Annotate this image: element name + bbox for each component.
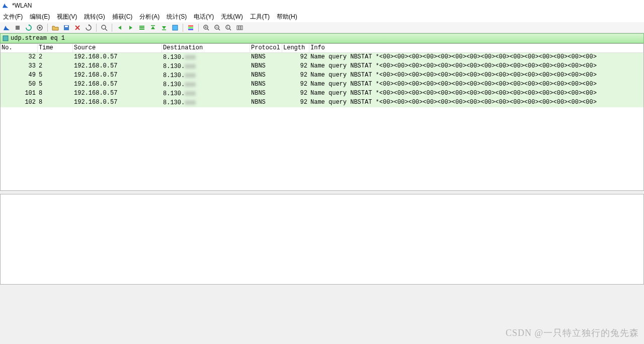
- svg-rect-26: [237, 26, 238, 30]
- cell-length: 92: [282, 98, 309, 107]
- go-last-icon[interactable]: [159, 23, 169, 32]
- cell-length: 92: [282, 62, 309, 71]
- menu-view[interactable]: 视图(V): [57, 13, 77, 21]
- toolbar-sep: [112, 24, 112, 32]
- menu-telephony[interactable]: 电话(Y): [194, 13, 214, 21]
- menu-go[interactable]: 跳转(G): [84, 13, 105, 21]
- cell-source: 192.168.0.57: [73, 98, 162, 107]
- toolbar-sep: [47, 24, 48, 32]
- svg-rect-29: [3, 36, 8, 41]
- display-filter-input[interactable]: [11, 34, 642, 43]
- go-first-icon[interactable]: [148, 23, 157, 32]
- cell-info: Name query NBSTAT *<00><00><00><00><00><…: [309, 62, 643, 71]
- colorize-icon[interactable]: [186, 23, 195, 32]
- column-header-no[interactable]: No.: [1, 44, 38, 52]
- cell-time: 5: [38, 80, 73, 89]
- open-file-icon[interactable]: [51, 23, 60, 32]
- restart-capture-icon[interactable]: [24, 23, 33, 32]
- go-forward-icon[interactable]: [126, 23, 135, 32]
- cell-source: 192.168.0.57: [73, 80, 162, 89]
- svg-line-17: [207, 29, 209, 30]
- cell-info: Name query NBSTAT *<00><00><00><00><00><…: [309, 53, 643, 62]
- zoom-in-icon[interactable]: [202, 23, 211, 32]
- menu-bar: 文件(F) 编辑(E) 视图(V) 跳转(G) 捕获(C) 分析(A) 统计(S…: [0, 11, 644, 22]
- cell-no: 33: [1, 62, 38, 71]
- cell-protocol: NBNS: [250, 53, 282, 62]
- packet-list-pane: No. Time Source Destination Protocol Len…: [0, 43, 644, 191]
- packet-detail-pane[interactable]: [0, 194, 644, 285]
- toolbar-sep: [183, 24, 183, 32]
- reload-file-icon[interactable]: [84, 23, 93, 32]
- cell-info: Name query NBSTAT *<00><00><00><00><00><…: [309, 98, 643, 107]
- svg-text:1: 1: [227, 26, 229, 29]
- svg-rect-27: [239, 26, 240, 30]
- cell-info: Name query NBSTAT *<00><00><00><00><00><…: [309, 71, 643, 80]
- window-title: *WLAN: [12, 2, 32, 9]
- svg-rect-28: [241, 26, 243, 30]
- svg-line-24: [229, 29, 231, 30]
- menu-statistics[interactable]: 统计(S): [167, 13, 187, 21]
- packet-row[interactable]: 322192.168.0.578.130.▮▮▮NBNS92Name query…: [1, 53, 643, 62]
- packet-row[interactable]: 332192.168.0.578.130.▮▮▮NBNS92Name query…: [1, 62, 643, 71]
- svg-rect-14: [188, 27, 193, 28]
- stop-capture-icon[interactable]: [13, 23, 22, 32]
- cell-source: 192.168.0.57: [73, 71, 162, 80]
- packet-row[interactable]: 495192.168.0.578.130.▮▮▮NBNS92Name query…: [1, 71, 643, 80]
- packet-row[interactable]: 1028192.168.0.578.130.▮▮▮NBNS92Name quer…: [1, 98, 643, 107]
- cell-destination: 8.130.▮▮▮: [162, 80, 250, 89]
- save-file-icon[interactable]: [62, 23, 71, 32]
- column-header-time[interactable]: Time: [38, 44, 73, 52]
- menu-wireless[interactable]: 无线(W): [221, 13, 243, 21]
- find-icon[interactable]: [100, 23, 109, 32]
- menu-file[interactable]: 文件(F): [3, 13, 23, 21]
- column-header-length[interactable]: Length: [282, 44, 309, 52]
- cell-no: 32: [1, 53, 38, 62]
- main-toolbar: 1: [0, 22, 644, 33]
- column-header-source[interactable]: Source: [73, 44, 162, 52]
- autoscroll-icon[interactable]: [171, 23, 180, 32]
- cell-protocol: NBNS: [250, 71, 282, 80]
- column-header-destination[interactable]: Destination: [162, 44, 250, 52]
- cell-protocol: NBNS: [250, 98, 282, 107]
- menu-capture[interactable]: 捕获(C): [112, 13, 133, 21]
- column-header-info[interactable]: Info: [309, 44, 643, 52]
- cell-destination: 8.130.▮▮▮: [162, 53, 250, 62]
- cell-destination: 8.130.▮▮▮: [162, 62, 250, 71]
- svg-rect-12: [173, 25, 178, 30]
- zoom-reset-icon[interactable]: 1: [224, 23, 233, 32]
- packet-list-header: No. Time Source Destination Protocol Len…: [1, 44, 643, 53]
- cell-no: 102: [1, 98, 38, 107]
- cell-time: 8: [38, 98, 73, 107]
- svg-point-5: [102, 25, 106, 29]
- cell-source: 192.168.0.57: [73, 89, 162, 98]
- menu-help[interactable]: 帮助(H): [277, 13, 297, 21]
- cell-length: 92: [282, 71, 309, 80]
- resize-columns-icon[interactable]: [235, 23, 244, 32]
- packet-row[interactable]: 1018192.168.0.578.130.▮▮▮NBNS92Name quer…: [1, 89, 643, 98]
- cell-source: 192.168.0.57: [73, 62, 162, 71]
- svg-rect-11: [162, 29, 166, 30]
- packet-row[interactable]: 505192.168.0.578.130.▮▮▮NBNS92Name query…: [1, 80, 643, 89]
- cell-length: 92: [282, 89, 309, 98]
- go-back-icon[interactable]: [115, 23, 124, 32]
- close-file-icon[interactable]: [73, 23, 82, 32]
- toolbar-sep: [96, 24, 97, 32]
- svg-rect-10: [151, 25, 155, 26]
- capture-options-icon[interactable]: [35, 23, 44, 32]
- display-filter-bar: [0, 33, 644, 43]
- go-to-packet-icon[interactable]: [137, 23, 146, 32]
- cell-destination: 8.130.▮▮▮: [162, 89, 250, 98]
- filter-bookmark-icon[interactable]: [2, 34, 10, 42]
- zoom-out-icon[interactable]: [213, 23, 222, 32]
- svg-rect-0: [16, 26, 20, 30]
- cell-time: 8: [38, 89, 73, 98]
- cell-protocol: NBNS: [250, 80, 282, 89]
- title-bar: *WLAN: [0, 0, 644, 11]
- menu-tools[interactable]: 工具(T): [250, 13, 270, 21]
- menu-edit[interactable]: 编辑(E): [30, 13, 50, 21]
- svg-rect-9: [139, 29, 144, 30]
- menu-analyze[interactable]: 分析(A): [139, 13, 159, 21]
- start-capture-icon[interactable]: [2, 23, 11, 32]
- watermark-text: CSDN @一只特立独行的兔先森: [506, 327, 639, 339]
- column-header-protocol[interactable]: Protocol: [250, 44, 282, 52]
